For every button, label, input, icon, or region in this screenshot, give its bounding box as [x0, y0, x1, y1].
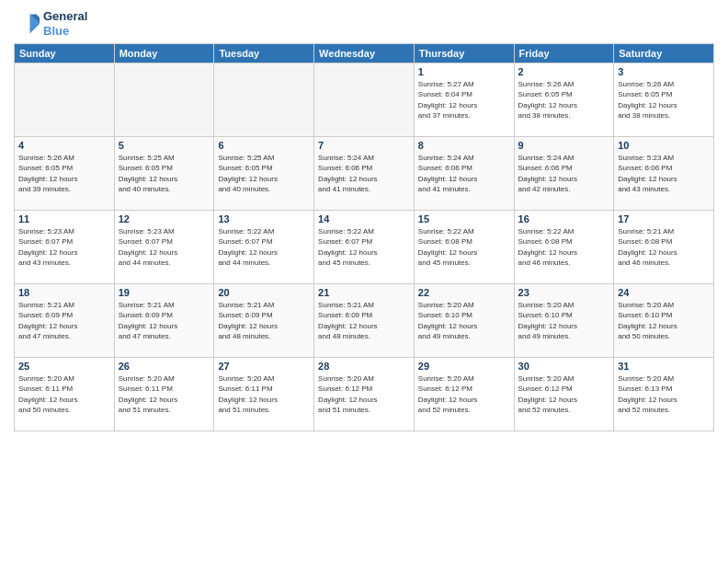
calendar-cell: 27Sunrise: 5:20 AMSunset: 6:11 PMDayligh…: [214, 358, 314, 431]
calendar-cell: 3Sunrise: 5:26 AMSunset: 6:05 PMDaylight…: [614, 63, 714, 137]
day-info: Sunrise: 5:26 AMSunset: 6:05 PMDaylight:…: [518, 79, 610, 121]
header: General Blue: [14, 9, 714, 38]
calendar-cell: 8Sunrise: 5:24 AMSunset: 6:06 PMDaylight…: [414, 137, 514, 211]
day-number: 18: [18, 287, 110, 298]
day-info: Sunrise: 5:21 AMSunset: 6:08 PMDaylight:…: [618, 226, 710, 268]
day-info: Sunrise: 5:21 AMSunset: 6:09 PMDaylight:…: [318, 300, 410, 341]
day-number: 22: [418, 287, 510, 298]
day-info: Sunrise: 5:23 AMSunset: 6:07 PMDaylight:…: [18, 226, 110, 268]
day-info: Sunrise: 5:26 AMSunset: 6:05 PMDaylight:…: [618, 79, 710, 121]
calendar-cell: 18Sunrise: 5:21 AMSunset: 6:09 PMDayligh…: [15, 284, 115, 358]
day-info: Sunrise: 5:22 AMSunset: 6:07 PMDaylight:…: [318, 226, 410, 268]
calendar-week-row: 25Sunrise: 5:20 AMSunset: 6:11 PMDayligh…: [15, 358, 714, 431]
calendar-cell: 9Sunrise: 5:24 AMSunset: 6:06 PMDaylight…: [514, 137, 614, 211]
calendar-cell: 24Sunrise: 5:20 AMSunset: 6:10 PMDayligh…: [614, 284, 714, 358]
day-number: 14: [318, 213, 410, 224]
day-info: Sunrise: 5:26 AMSunset: 6:05 PMDaylight:…: [18, 153, 110, 194]
calendar-cell: 7Sunrise: 5:24 AMSunset: 6:06 PMDaylight…: [314, 137, 415, 211]
day-info: Sunrise: 5:27 AMSunset: 6:04 PMDaylight:…: [418, 79, 510, 121]
calendar-cell: 1Sunrise: 5:27 AMSunset: 6:04 PMDaylight…: [414, 63, 514, 137]
day-info: Sunrise: 5:20 AMSunset: 6:10 PMDaylight:…: [518, 300, 610, 341]
day-number: 9: [518, 140, 610, 151]
calendar-cell: 12Sunrise: 5:23 AMSunset: 6:07 PMDayligh…: [114, 211, 214, 284]
calendar-cell: 23Sunrise: 5:20 AMSunset: 6:10 PMDayligh…: [514, 284, 614, 358]
day-number: 7: [318, 140, 410, 151]
day-info: Sunrise: 5:20 AMSunset: 6:11 PMDaylight:…: [18, 373, 110, 415]
day-number: 6: [218, 140, 310, 151]
calendar-cell: 20Sunrise: 5:21 AMSunset: 6:09 PMDayligh…: [214, 284, 314, 358]
calendar-week-row: 1Sunrise: 5:27 AMSunset: 6:04 PMDaylight…: [15, 63, 714, 137]
calendar-week-row: 4Sunrise: 5:26 AMSunset: 6:05 PMDaylight…: [15, 137, 714, 211]
day-info: Sunrise: 5:24 AMSunset: 6:06 PMDaylight:…: [518, 153, 610, 194]
day-info: Sunrise: 5:21 AMSunset: 6:09 PMDaylight:…: [18, 300, 110, 341]
day-number: 4: [18, 140, 110, 151]
day-info: Sunrise: 5:20 AMSunset: 6:11 PMDaylight:…: [119, 373, 210, 415]
day-number: 16: [518, 213, 610, 224]
day-info: Sunrise: 5:22 AMSunset: 6:08 PMDaylight:…: [418, 226, 510, 268]
weekday-header-cell: Tuesday: [214, 44, 314, 63]
calendar-cell: 5Sunrise: 5:25 AMSunset: 6:05 PMDaylight…: [114, 137, 214, 211]
day-info: Sunrise: 5:24 AMSunset: 6:06 PMDaylight:…: [318, 153, 410, 194]
day-info: Sunrise: 5:20 AMSunset: 6:12 PMDaylight:…: [518, 373, 610, 415]
day-info: Sunrise: 5:23 AMSunset: 6:06 PMDaylight:…: [618, 153, 710, 194]
day-info: Sunrise: 5:22 AMSunset: 6:08 PMDaylight:…: [518, 226, 610, 268]
day-number: 24: [618, 287, 710, 298]
day-number: 12: [119, 213, 210, 224]
day-number: 11: [18, 213, 110, 224]
day-info: Sunrise: 5:23 AMSunset: 6:07 PMDaylight:…: [119, 226, 210, 268]
day-info: Sunrise: 5:21 AMSunset: 6:09 PMDaylight:…: [218, 300, 310, 341]
logo-text: General Blue: [43, 9, 87, 38]
day-number: 13: [218, 213, 310, 224]
day-info: Sunrise: 5:20 AMSunset: 6:12 PMDaylight:…: [318, 373, 410, 415]
day-info: Sunrise: 5:20 AMSunset: 6:10 PMDaylight:…: [418, 300, 510, 341]
logo: General Blue: [14, 9, 87, 38]
weekday-header-row: SundayMondayTuesdayWednesdayThursdayFrid…: [15, 44, 714, 63]
day-info: Sunrise: 5:25 AMSunset: 6:05 PMDaylight:…: [218, 153, 310, 194]
weekday-header-cell: Sunday: [15, 44, 115, 63]
calendar-body: 1Sunrise: 5:27 AMSunset: 6:04 PMDaylight…: [15, 63, 714, 431]
logo-icon: [14, 11, 40, 37]
calendar-cell: 30Sunrise: 5:20 AMSunset: 6:12 PMDayligh…: [514, 358, 614, 431]
calendar-cell: 29Sunrise: 5:20 AMSunset: 6:12 PMDayligh…: [414, 358, 514, 431]
calendar-cell: 26Sunrise: 5:20 AMSunset: 6:11 PMDayligh…: [114, 358, 214, 431]
day-info: Sunrise: 5:21 AMSunset: 6:09 PMDaylight:…: [119, 300, 210, 341]
calendar-cell: 11Sunrise: 5:23 AMSunset: 6:07 PMDayligh…: [15, 211, 115, 284]
weekday-header-cell: Monday: [114, 44, 214, 63]
day-number: 15: [418, 213, 510, 224]
calendar-cell: 17Sunrise: 5:21 AMSunset: 6:08 PMDayligh…: [614, 211, 714, 284]
day-number: 27: [218, 361, 310, 372]
day-number: 1: [418, 66, 510, 77]
calendar-cell: 13Sunrise: 5:22 AMSunset: 6:07 PMDayligh…: [214, 211, 314, 284]
calendar-cell: 22Sunrise: 5:20 AMSunset: 6:10 PMDayligh…: [414, 284, 514, 358]
day-number: 29: [418, 361, 510, 372]
calendar-cell: 31Sunrise: 5:20 AMSunset: 6:13 PMDayligh…: [614, 358, 714, 431]
day-number: 31: [618, 361, 710, 372]
calendar-cell: 10Sunrise: 5:23 AMSunset: 6:06 PMDayligh…: [614, 137, 714, 211]
calendar-cell: [114, 63, 214, 137]
day-number: 17: [618, 213, 710, 224]
page: General Blue SundayMondayTuesdayWednesda…: [0, 0, 728, 563]
calendar-week-row: 11Sunrise: 5:23 AMSunset: 6:07 PMDayligh…: [15, 211, 714, 284]
day-number: 3: [618, 66, 710, 77]
day-number: 10: [618, 140, 710, 151]
weekday-header-cell: Friday: [514, 44, 614, 63]
calendar-cell: 14Sunrise: 5:22 AMSunset: 6:07 PMDayligh…: [314, 211, 415, 284]
calendar-cell: 16Sunrise: 5:22 AMSunset: 6:08 PMDayligh…: [514, 211, 614, 284]
calendar-cell: 2Sunrise: 5:26 AMSunset: 6:05 PMDaylight…: [514, 63, 614, 137]
day-number: 19: [119, 287, 210, 298]
weekday-header-cell: Thursday: [414, 44, 514, 63]
day-number: 21: [318, 287, 410, 298]
calendar-week-row: 18Sunrise: 5:21 AMSunset: 6:09 PMDayligh…: [15, 284, 714, 358]
calendar-cell: [214, 63, 314, 137]
day-number: 30: [518, 361, 610, 372]
day-number: 25: [18, 361, 110, 372]
calendar-cell: 6Sunrise: 5:25 AMSunset: 6:05 PMDaylight…: [214, 137, 314, 211]
day-number: 20: [218, 287, 310, 298]
weekday-header-cell: Saturday: [614, 44, 714, 63]
calendar-cell: 28Sunrise: 5:20 AMSunset: 6:12 PMDayligh…: [314, 358, 415, 431]
day-number: 26: [119, 361, 210, 372]
calendar-cell: 15Sunrise: 5:22 AMSunset: 6:08 PMDayligh…: [414, 211, 514, 284]
day-number: 2: [518, 66, 610, 77]
calendar-cell: 4Sunrise: 5:26 AMSunset: 6:05 PMDaylight…: [15, 137, 115, 211]
day-number: 8: [418, 140, 510, 151]
